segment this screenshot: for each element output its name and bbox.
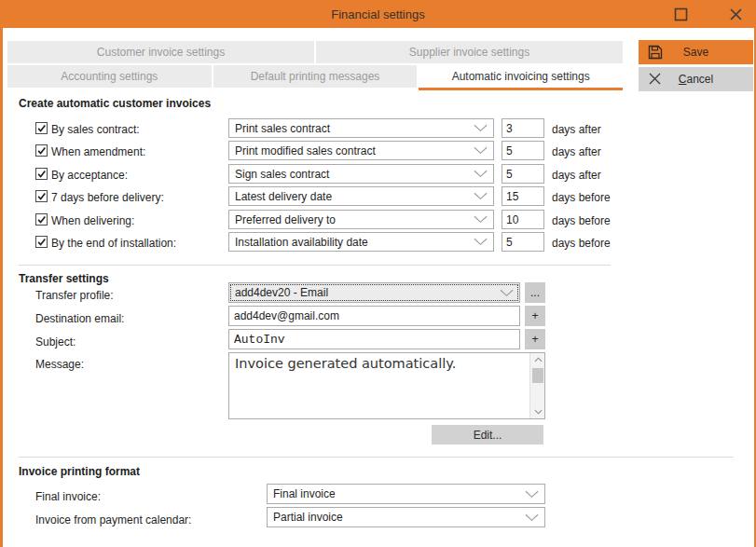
- check-icon: [36, 214, 47, 225]
- edit-message-button[interactable]: Edit...: [432, 425, 543, 444]
- financial-settings-dialog: Financial settings Customer invoice sett…: [0, 0, 756, 547]
- cancel-button-label: Cancel: [679, 73, 713, 86]
- checkbox-when-amendment[interactable]: [35, 144, 48, 157]
- dropdown-by-acceptance[interactable]: Sign sales contract: [228, 164, 494, 184]
- section-divider: [19, 457, 734, 458]
- save-button[interactable]: Save: [639, 40, 753, 64]
- transfer-profile-combobox[interactable]: add4dev20 - Email: [228, 282, 520, 303]
- days-suffix: days after: [552, 169, 601, 182]
- chevron-down-icon: [474, 170, 488, 178]
- days-suffix: days before: [552, 214, 611, 227]
- subject-label: Subject:: [35, 335, 76, 349]
- dropdown-when-amendment[interactable]: Print modified sales contract: [228, 141, 494, 160]
- dropdown-by-sales-contract[interactable]: Print sales contract: [228, 118, 494, 138]
- window-border-left: [0, 28, 3, 547]
- tab-default-printing-messages[interactable]: Default printing messages: [213, 65, 418, 90]
- tab-customer-invoice-settings[interactable]: Customer invoice settings: [7, 41, 314, 63]
- chevron-down-icon: [525, 490, 539, 499]
- chevron-down-icon: [474, 192, 488, 200]
- final-invoice-dropdown[interactable]: Final invoice: [267, 484, 545, 504]
- checkbox-by-end-of-installation[interactable]: [35, 236, 48, 248]
- days-input-when-delivering[interactable]: [502, 210, 544, 229]
- destination-email-input[interactable]: [228, 306, 520, 326]
- chevron-down-icon: [500, 289, 514, 297]
- check-icon: [36, 237, 47, 247]
- section-title-auto-invoices: Create automatic customer invoices: [19, 97, 211, 110]
- row-label: When amendment:: [51, 145, 145, 158]
- chevron-down-icon: [525, 513, 539, 522]
- chevron-down-icon: [474, 146, 488, 155]
- close-icon[interactable]: [728, 7, 744, 22]
- maximize-icon[interactable]: [673, 7, 689, 22]
- dropdown-7-days-before-delivery[interactable]: Latest delivery date: [228, 186, 494, 206]
- dropdown-when-delivering[interactable]: Preferred delivery to: [228, 210, 494, 229]
- chevron-down-icon: [474, 124, 488, 132]
- section-title-invoice-printing-format: Invoice printing format: [19, 465, 140, 478]
- checkbox-by-sales-contract[interactable]: [35, 122, 48, 134]
- check-icon: [36, 169, 47, 179]
- days-input-by-acceptance[interactable]: [502, 164, 544, 184]
- transfer-profile-label: Transfer profile:: [35, 289, 114, 302]
- transfer-profile-more-button[interactable]: ...: [525, 282, 545, 303]
- message-scrollbar[interactable]: [529, 353, 544, 418]
- row-label: By the end of installation:: [51, 237, 176, 250]
- checkbox-7-days-before-delivery[interactable]: [35, 190, 48, 202]
- subject-input[interactable]: [228, 329, 520, 349]
- message-textarea[interactable]: Invoice generated automatically.: [228, 352, 545, 419]
- cancel-button[interactable]: Cancel: [639, 67, 753, 91]
- destination-email-add-button[interactable]: +: [525, 306, 545, 326]
- dropdown-by-end-of-installation[interactable]: Installation availability date: [228, 232, 494, 252]
- title-bar: Financial settings: [0, 0, 756, 28]
- save-button-label: Save: [683, 46, 708, 59]
- section-divider: [19, 265, 611, 266]
- scrollbar-up-icon[interactable]: [530, 353, 545, 366]
- row-label: By acceptance:: [51, 169, 128, 182]
- row-label: 7 days before delivery:: [51, 191, 164, 204]
- window-title: Financial settings: [331, 7, 424, 21]
- row-label: By sales contract:: [51, 123, 140, 136]
- row-label: When delivering:: [51, 214, 134, 227]
- days-suffix: days after: [552, 145, 601, 158]
- scrollbar-thumb[interactable]: [532, 368, 543, 383]
- days-input-by-sales-contract[interactable]: [502, 118, 544, 138]
- days-suffix: days before: [552, 237, 611, 250]
- message-text: Invoice generated automatically.: [229, 353, 529, 418]
- destination-email-label: Destination email:: [35, 312, 124, 325]
- chevron-down-icon: [474, 215, 488, 224]
- message-label: Message:: [35, 358, 84, 371]
- tab-accounting-settings[interactable]: Accounting settings: [7, 65, 212, 90]
- checkbox-when-delivering[interactable]: [35, 213, 48, 226]
- subject-add-button[interactable]: +: [525, 329, 545, 349]
- days-input-7-days-before-delivery[interactable]: [502, 186, 544, 206]
- days-suffix: days after: [552, 123, 601, 136]
- days-suffix: days before: [552, 191, 611, 204]
- checkbox-by-acceptance[interactable]: [35, 168, 48, 180]
- tab-supplier-invoice-settings[interactable]: Supplier invoice settings: [316, 41, 623, 63]
- floppy-disk-icon: [648, 45, 663, 62]
- check-icon: [36, 123, 47, 133]
- invoice-from-payment-calendar-dropdown[interactable]: Partial invoice: [267, 507, 545, 527]
- x-icon: [648, 72, 662, 89]
- check-icon: [36, 191, 47, 201]
- chevron-down-icon: [474, 238, 488, 246]
- days-input-when-amendment[interactable]: [502, 141, 544, 160]
- tab-bar-bottom: Accounting settings Default printing mes…: [7, 65, 623, 90]
- invoice-from-payment-calendar-label: Invoice from payment calendar:: [35, 513, 191, 526]
- section-title-transfer-settings: Transfer settings: [19, 272, 109, 285]
- scrollbar-down-icon[interactable]: [530, 405, 545, 418]
- days-input-by-end-of-installation[interactable]: [502, 232, 544, 252]
- final-invoice-label: Final invoice:: [35, 490, 101, 503]
- check-icon: [36, 145, 47, 156]
- tab-automatic-invoicing-settings[interactable]: Automatic invoicing settings: [419, 65, 623, 90]
- tab-bar-top: Customer invoice settings Supplier invoi…: [7, 41, 623, 63]
